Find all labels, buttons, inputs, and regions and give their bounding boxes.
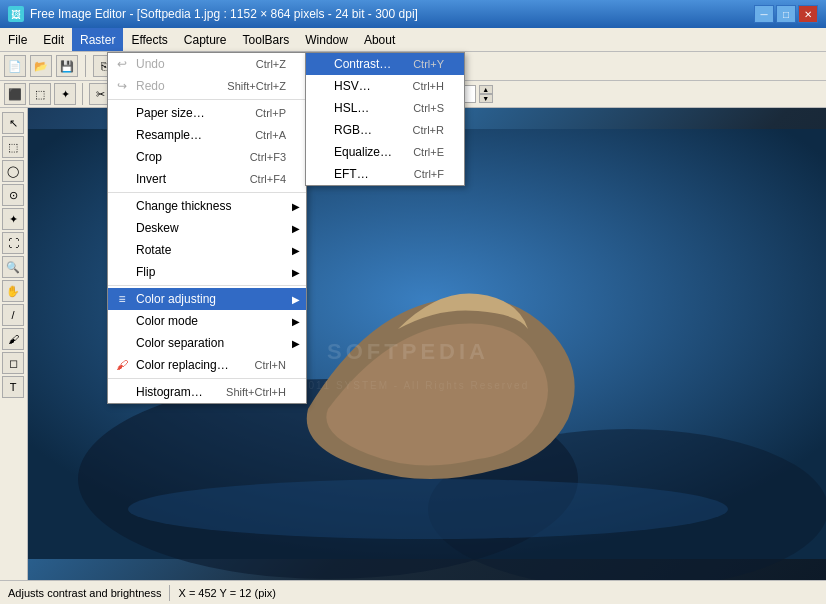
toolbar1: 📄 📂 💾 ⎘ 📋 ⬇ 0% bbox=[0, 52, 826, 81]
status-sep bbox=[169, 585, 170, 601]
pen-width-spinner[interactable]: ▲ ▼ bbox=[479, 85, 493, 103]
title-bar-text: Free Image Editor - [Softpedia 1.jpg : 1… bbox=[30, 7, 754, 21]
svg-text:© 2011 SYSTEM - All Rights Res: © 2011 SYSTEM - All Rights Reserved bbox=[287, 380, 529, 391]
menu-file[interactable]: File bbox=[0, 28, 35, 51]
canvas-image: SOFTPEDIA © 2011 SYSTEM - All Rights Res… bbox=[28, 108, 826, 580]
svg-point-3 bbox=[128, 479, 728, 539]
menu-effects[interactable]: Effects bbox=[123, 28, 175, 51]
progress-text: 0% bbox=[282, 60, 298, 72]
select-tool[interactable]: ⬛ bbox=[4, 83, 26, 105]
line-style-2[interactable]: ┅ bbox=[308, 83, 330, 105]
close-button[interactable]: ✕ bbox=[798, 5, 818, 23]
rect-select[interactable]: ⬚ bbox=[2, 136, 24, 158]
status-bar: Adjusts contrast and brightness X = 452 … bbox=[0, 580, 826, 604]
text-t[interactable]: T bbox=[2, 376, 24, 398]
sep2 bbox=[148, 55, 149, 77]
line-style-3[interactable]: ┄ bbox=[332, 83, 354, 105]
canvas-area[interactable]: SOFTPEDIA © 2011 SYSTEM - All Rights Res… bbox=[28, 108, 826, 580]
color-swatch[interactable] bbox=[357, 84, 381, 104]
hand-t[interactable]: ✋ bbox=[2, 280, 24, 302]
maximize-button[interactable]: □ bbox=[776, 5, 796, 23]
magic-wand[interactable]: ✦ bbox=[54, 83, 76, 105]
new-button[interactable]: 📄 bbox=[4, 55, 26, 77]
open-button[interactable]: 📂 bbox=[30, 55, 52, 77]
canvas-svg: SOFTPEDIA © 2011 SYSTEM - All Rights Res… bbox=[28, 108, 826, 580]
line-style-group: ━ ┅ ┄ bbox=[284, 83, 354, 105]
menu-capture[interactable]: Capture bbox=[176, 28, 235, 51]
copy-button[interactable]: ⎘ bbox=[93, 55, 115, 77]
svg-text:SOFTPEDIA: SOFTPEDIA bbox=[327, 339, 489, 364]
sep1 bbox=[85, 55, 86, 77]
crop-tool[interactable]: ✂ bbox=[89, 83, 111, 105]
status-message: Adjusts contrast and brightness bbox=[8, 587, 161, 599]
crop-t[interactable]: ⛶ bbox=[2, 232, 24, 254]
eraser-t[interactable]: ◻ bbox=[2, 352, 24, 374]
measure-tool[interactable]: 📏 bbox=[164, 83, 186, 105]
app-icon: 🖼 bbox=[8, 6, 24, 22]
toolbar2: ⬛ ⬚ ✦ ✂ 🔍 ✋ 📏 ✏ 🖌 🪣 ━ ┅ ┄ Pen width ▲ ▼ bbox=[0, 81, 826, 108]
menu-toolbars[interactable]: ToolBars bbox=[235, 28, 298, 51]
save-button[interactable]: 💾 bbox=[56, 55, 78, 77]
progress-bar-container: 0% bbox=[190, 57, 390, 75]
pen-width-input[interactable] bbox=[448, 85, 476, 103]
minimize-button[interactable]: ─ bbox=[754, 5, 774, 23]
zoom-label: ⬇ bbox=[161, 59, 171, 73]
menu-about[interactable]: About bbox=[356, 28, 403, 51]
sep4 bbox=[192, 83, 193, 105]
magic-select[interactable]: ✦ bbox=[2, 208, 24, 230]
pen-width-label: Pen width bbox=[392, 87, 445, 101]
zoom-tool[interactable]: 🔍 bbox=[114, 83, 136, 105]
lasso-tool[interactable]: ⬚ bbox=[29, 83, 51, 105]
title-bar-buttons: ─ □ ✕ bbox=[754, 5, 818, 23]
menu-raster[interactable]: Raster bbox=[72, 28, 123, 51]
menu-edit[interactable]: Edit bbox=[35, 28, 72, 51]
paste-button[interactable]: 📋 bbox=[119, 55, 141, 77]
pan-tool[interactable]: ✋ bbox=[139, 83, 161, 105]
main-area: ↖ ⬚ ◯ ⊙ ✦ ⛶ 🔍 ✋ / 🖌 ◻ T bbox=[0, 108, 826, 580]
line-t[interactable]: / bbox=[2, 304, 24, 326]
status-coordinates: X = 452 Y = 12 (pix) bbox=[178, 587, 275, 599]
title-bar: 🖼 Free Image Editor - [Softpedia 1.jpg :… bbox=[0, 0, 826, 28]
lasso[interactable]: ⊙ bbox=[2, 184, 24, 206]
sep5 bbox=[277, 83, 278, 105]
zoom-t[interactable]: 🔍 bbox=[2, 256, 24, 278]
sep3 bbox=[82, 83, 83, 105]
brush-t[interactable]: 🖌 bbox=[2, 328, 24, 350]
ellipse-select[interactable]: ◯ bbox=[2, 160, 24, 182]
pointer-tool[interactable]: ↖ bbox=[2, 112, 24, 134]
line-style-1[interactable]: ━ bbox=[284, 83, 306, 105]
tool-panel: ↖ ⬚ ◯ ⊙ ✦ ⛶ 🔍 ✋ / 🖌 ◻ T bbox=[0, 108, 28, 580]
menu-window[interactable]: Window bbox=[297, 28, 356, 51]
fill-tool[interactable]: 🪣 bbox=[249, 83, 271, 105]
zoom-dropdown[interactable]: ⬇ bbox=[156, 55, 186, 77]
brush-tool[interactable]: 🖌 bbox=[224, 83, 246, 105]
menu-bar: File Edit Raster Effects Capture ToolBar… bbox=[0, 28, 826, 52]
pencil-tool[interactable]: ✏ bbox=[199, 83, 221, 105]
